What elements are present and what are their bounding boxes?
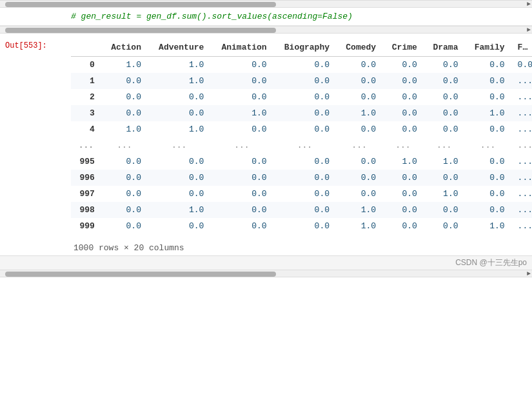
cell-value: 0.0 <box>336 170 382 186</box>
cell-value: 0.0 <box>336 89 382 105</box>
row-index: 4 <box>71 121 101 137</box>
cell-value: 0.0 <box>424 121 465 137</box>
table-row: 9970.00.00.00.00.00.01.00.0... <box>71 186 532 202</box>
cell-value: 0.0 <box>464 89 511 105</box>
cell-value: ... <box>148 137 210 154</box>
row-index: 997 <box>71 186 101 202</box>
cell-value: 0.0 <box>210 121 273 137</box>
top-scrollbar[interactable]: ► <box>0 0 532 8</box>
cell-value: 0.0 <box>424 57 465 74</box>
cell-value: 0.0 <box>424 73 465 89</box>
cell-value: ... <box>424 137 465 154</box>
cell-value: 1.0 <box>101 121 148 137</box>
cell-value: 0.0 <box>336 154 382 170</box>
cell-value: 0.0 <box>101 170 148 186</box>
cell-value: 0.0 <box>273 57 336 74</box>
row-index: 996 <box>71 170 101 186</box>
cell-value: 0.0 <box>101 202 148 218</box>
cell-value: 0.0 <box>101 105 148 121</box>
cell-value: 0.0 <box>101 218 148 234</box>
dataframe-table: Action Adventure Animation Biography Com… <box>71 39 532 234</box>
cell-value: 0.0 <box>424 170 465 186</box>
cell-value: ... <box>210 137 273 154</box>
cell-value: 1.0 <box>148 202 210 218</box>
row-index: 1 <box>71 73 101 89</box>
table-row: .............................. <box>71 137 532 154</box>
code-comment: # gen_result = gen_df.sum().sort_values(… <box>71 12 353 21</box>
cell-value: 0.0 <box>336 57 382 74</box>
cell-value: 0.0 <box>464 57 511 74</box>
cell-value: 1.0 <box>210 105 273 121</box>
cell-value: ... <box>511 186 532 202</box>
footer-summary: 1000 rows × 20 columns <box>71 239 532 255</box>
cell-value: ... <box>336 137 382 154</box>
cell-value: 0.0 <box>464 186 511 202</box>
cell-value: 0.0 <box>148 154 210 170</box>
bottom-scrollbar-thumb[interactable] <box>5 272 276 277</box>
cell-value: 1.0 <box>464 218 511 234</box>
col-header-action: Action <box>101 39 148 57</box>
cell-value: 0.0 <box>382 121 424 137</box>
cell-value: 0.0 <box>464 154 511 170</box>
cell-value: ... <box>101 137 148 154</box>
cell-value: 0.0 <box>464 202 511 218</box>
col-header-crime: Crime <box>382 39 424 57</box>
row-index: 998 <box>71 202 101 218</box>
cell-value: 0.0 <box>101 73 148 89</box>
cell-value: 1.0 <box>424 154 465 170</box>
bottom-bar: CSDN @十三先生po <box>0 255 532 270</box>
cell-value: ... <box>511 121 532 137</box>
bottom-scroll-right-arrow[interactable]: ► <box>527 271 531 277</box>
cell-value: 0.0 <box>382 202 424 218</box>
cell-value: 0.0 <box>464 121 511 137</box>
scrollbar-thumb[interactable] <box>5 2 276 7</box>
row-index: 0 <box>71 57 101 74</box>
table-row: 20.00.00.00.00.00.00.00.0... <box>71 89 532 105</box>
col-header-biography: Biography <box>273 39 336 57</box>
cell-value: 0.0 <box>273 105 336 121</box>
row-index: 995 <box>71 154 101 170</box>
row-index: ... <box>71 137 101 154</box>
code-scrollbar-thumb[interactable] <box>5 28 276 33</box>
cell-value: 0.0 <box>148 105 210 121</box>
bottom-scrollbar[interactable]: ► <box>0 270 532 277</box>
table-row: 41.01.00.00.00.00.00.00.0... <box>71 121 532 137</box>
cell-value: 0.0 <box>464 170 511 186</box>
col-header-partial: F… <box>511 39 532 57</box>
cell-value: 1.0 <box>336 202 382 218</box>
cell-value: ... <box>511 170 532 186</box>
cell-value: 0.0 <box>210 170 273 186</box>
cell-value: 1.0 <box>424 186 465 202</box>
cell-value: 0.0 <box>148 186 210 202</box>
col-header-index <box>71 39 101 57</box>
cell-value: 1.0 <box>148 121 210 137</box>
cell-value: 1.0 <box>464 105 511 121</box>
scroll-right-arrow[interactable]: ► <box>527 1 531 8</box>
cell-value: 0.0 <box>148 89 210 105</box>
cell-value: 0.0 <box>511 57 532 74</box>
output-label: Out[553]: <box>5 41 47 50</box>
cell-value: 0.0 <box>424 202 465 218</box>
cell-value: ... <box>511 202 532 218</box>
cell-value: 0.0 <box>148 170 210 186</box>
cell-value: 0.0 <box>382 105 424 121</box>
cell-value: ... <box>511 218 532 234</box>
code-scroll-right-arrow[interactable]: ► <box>527 27 531 34</box>
cell-value: 0.0 <box>382 186 424 202</box>
code-scrollbar[interactable]: ► <box>0 26 532 34</box>
cell-value: 0.0 <box>382 57 424 74</box>
cell-value: ... <box>511 154 532 170</box>
cell-value: ... <box>511 137 532 154</box>
cell-value: 0.0 <box>382 170 424 186</box>
cell-value: 1.0 <box>148 73 210 89</box>
col-header-family: Family <box>464 39 511 57</box>
table-header-row: Action Adventure Animation Biography Com… <box>71 39 532 57</box>
table-row: 9950.00.00.00.00.01.01.00.0... <box>71 154 532 170</box>
table-row: 10.01.00.00.00.00.00.00.0... <box>71 73 532 89</box>
cell-value: 0.0 <box>382 218 424 234</box>
col-header-comedy: Comedy <box>336 39 382 57</box>
table-row: 9980.01.00.00.01.00.00.00.0... <box>71 202 532 218</box>
table-row: 9960.00.00.00.00.00.00.00.0... <box>71 170 532 186</box>
cell-value: 0.0 <box>273 170 336 186</box>
row-col-summary: 1000 rows × 20 columns <box>74 243 184 253</box>
